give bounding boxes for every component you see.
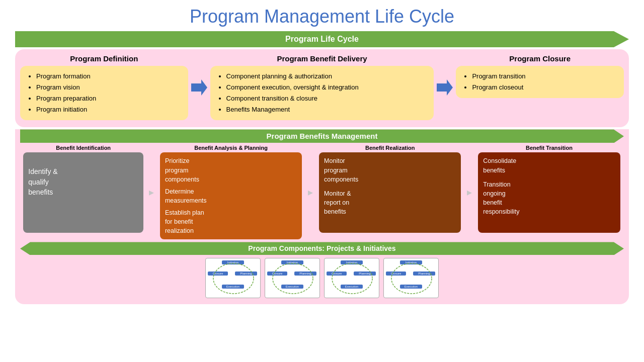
benefit-label-analysis: Benefit Analysis & Planning [194,145,268,151]
phase-delivery: Program Benefit Delivery Component plann… [210,54,434,120]
benefit-col-realization: Benefit Realization Monitorprogramcompon… [315,145,465,239]
phase-delivery-title: Program Benefit Delivery [277,54,367,63]
benefit-box-analysis: Prioritizeprogramcomponents Determinemea… [160,152,302,239]
components-bar: Program Components: Projects & Initiativ… [20,242,624,255]
benefits-columns: Benefit Identification Identify &qualify… [20,145,624,239]
benefit-item: Monitor &report onbenefits [324,189,456,216]
page-title: Program Management Life Cycle [0,0,644,31]
svg-point-5 [391,263,432,294]
list-item: Component planning & authorization [226,71,427,82]
benefits-management-bar: Program Benefits Management [20,129,624,143]
benefit-label-identification: Benefit Identification [56,145,111,151]
benefit-item: Consolidatebenefits [483,156,615,174]
benefit-label-realization: Benefit Realization [365,145,415,151]
lifecycle-bar: Program Life Cycle [15,31,629,47]
phase-delivery-box: Component planning & authorization Compo… [210,66,434,120]
svg-marker-0 [191,79,207,96]
chevron-3: ▸ [465,186,474,198]
list-item: Program closeout [472,82,617,93]
list-item: Benefits Management [226,104,427,115]
benefit-box-realization: Monitorprogramcomponents Monitor &report… [319,152,461,233]
arrow-delivery-to-closure [434,54,456,120]
benefit-box-identification: Identify &qualifybenefits [23,152,143,233]
list-item: Program formation [36,71,181,82]
benefit-item: Identify &qualifybenefits [28,166,138,197]
list-item: Program preparation [36,93,181,104]
list-item: Program vision [36,82,181,93]
benefit-box-transition: Consolidatebenefits Transitionongoingben… [478,152,620,233]
chevron-1: ▸ [146,186,156,198]
phase-closure-title: Program Closure [509,54,571,63]
benefit-label-transition: Benefit Transition [526,145,573,151]
svg-marker-1 [437,79,453,96]
phase-definition: Program Definition Program formation Pro… [20,54,188,120]
project-diagram-1: Initiation Planning Closure Execution [205,258,261,298]
projects-row: Initiation Planning Closure Execution In… [20,257,624,299]
bottom-section: Program Benefits Management Benefit Iden… [15,129,629,304]
list-item: Program initiation [36,104,181,115]
svg-point-3 [273,263,313,294]
phase-closure: Program Closure Program transition Progr… [456,54,624,120]
benefit-item: Monitorprogramcomponents [324,156,456,184]
arrow-def-to-delivery [188,54,210,120]
project-diagram-3: Initiation Planning Closure Execution [324,258,379,298]
benefit-col-identification: Benefit Identification Identify &qualify… [20,145,146,239]
list-item: Component transition & closure [226,93,427,104]
project-diagram-4: Initiation Planning Closure Execution [383,258,439,298]
project-diagram-2: Initiation Planning Closure Execution [265,258,320,298]
benefit-col-transition: Benefit Transition Consolidatebenefits T… [474,145,624,239]
phase-definition-title: Program Definition [70,54,138,63]
chevron-2: ▸ [306,186,315,198]
benefit-item: Determinemeasurements [165,187,297,205]
phase-closure-box: Program transition Program closeout [456,66,624,98]
phase-definition-box: Program formation Program vision Program… [20,66,188,120]
svg-point-4 [332,263,372,294]
benefit-item: Prioritizeprogramcomponents [165,156,297,184]
benefit-col-analysis: Benefit Analysis & Planning Prioritizepr… [156,145,305,239]
svg-point-2 [213,263,254,294]
list-item: Component execution, oversight & integra… [226,82,427,93]
benefit-item: Establish planfor benefitrealization [165,208,297,235]
benefit-item: Transitionongoingbenefitresponsibility [483,180,615,217]
list-item: Program transition [472,71,617,82]
top-section: Program Definition Program formation Pro… [15,49,629,127]
